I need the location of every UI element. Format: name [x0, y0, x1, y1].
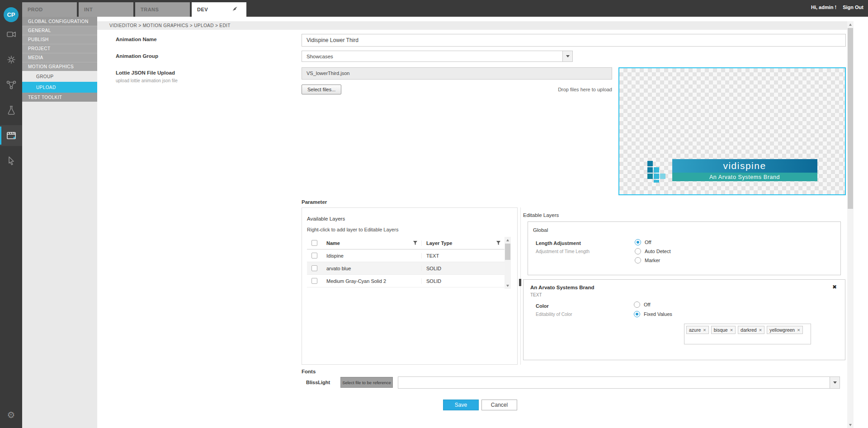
filter-icon[interactable] [496, 240, 501, 245]
scroll-up-arrow[interactable] [847, 21, 854, 28]
column-type-label: Layer Type [426, 240, 452, 246]
pointer-icon[interactable] [0, 151, 22, 171]
animation-group-dropdown[interactable]: Showcases [302, 51, 573, 62]
row-checkbox[interactable] [311, 265, 317, 271]
tab-trans[interactable]: TRANS [135, 2, 190, 17]
tab-label: PROD [28, 7, 43, 12]
scrollbar-thumb[interactable] [848, 28, 853, 209]
nav-sidebar: GLOBAL CONFIGURATION GENERAL PUBLISH PRO… [22, 17, 97, 428]
animation-name-label: Animation Name [116, 37, 157, 42]
sidebar-item-global-configuration[interactable]: GLOBAL CONFIGURATION [22, 17, 97, 26]
media-icon[interactable] [0, 24, 22, 45]
cancel-button[interactable]: Cancel [481, 400, 517, 410]
length-adjustment-label: Length Adjustment [536, 240, 581, 246]
chevron-down-icon[interactable] [830, 377, 840, 388]
radio-icon [635, 239, 641, 245]
color-tag: yellowgreen × [767, 326, 802, 334]
nav-label: GENERAL [28, 28, 51, 33]
nav-label: UPLOAD [36, 85, 56, 90]
tab-label: INT [84, 7, 93, 12]
page-scrollbar[interactable] [847, 21, 854, 428]
tab-int[interactable]: INT [79, 2, 133, 17]
sidebar-item-test-toolkit[interactable]: TEST TOOLKIT [22, 93, 97, 102]
nav-label: PROJECT [28, 46, 50, 51]
table-row[interactable]: Idispine TEXT [307, 249, 505, 262]
color-fixed-values-radio[interactable]: Fixed Values [634, 311, 672, 317]
row-checkbox[interactable] [311, 253, 317, 259]
color-label: Color [536, 303, 549, 309]
sidebar-item-motion-graphics[interactable]: MOTION GRAPHICS [22, 62, 97, 71]
header-type-cell[interactable]: Layer Type [421, 240, 505, 246]
integrations-icon[interactable] [0, 75, 22, 95]
editable-layer-title: An Arvato Systems Brand [530, 285, 594, 290]
sidebar-item-upload[interactable]: UPLOAD [22, 82, 97, 93]
scroll-up-arrow[interactable] [505, 237, 511, 243]
scroll-down-arrow[interactable] [847, 422, 854, 428]
splitter-grip[interactable] [519, 279, 521, 286]
breadcrumb[interactable]: VIDIEDITOR > MOTION GRAPHICS > UPLOAD > … [97, 21, 847, 30]
table-row[interactable]: arvato blue SOLID [307, 262, 505, 275]
fonts-section-title: Fonts [302, 369, 316, 374]
scroll-down-arrow[interactable] [505, 282, 511, 289]
dropdown-value [398, 377, 830, 388]
save-button[interactable]: Save [443, 400, 479, 410]
cp-logo: CP [4, 7, 19, 22]
layer-name: arvato blue [322, 266, 421, 271]
filter-icon[interactable] [413, 240, 418, 245]
close-icon[interactable]: ✖ [832, 284, 837, 290]
header-check-cell [307, 240, 322, 246]
available-layers-title: Available Layers [307, 216, 345, 221]
sidebar-item-general[interactable]: GENERAL [22, 26, 97, 35]
sidebar-item-project[interactable]: PROJECT [22, 44, 97, 53]
nav-label: MOTION GRAPHICS [28, 64, 74, 69]
drop-files-hint: Drop files here to upload [558, 87, 612, 92]
sidebar-item-media[interactable]: MEDIA [22, 53, 97, 62]
sidebar-item-group[interactable]: GROUP [22, 71, 97, 82]
tag-label: yellowgreen [769, 327, 795, 333]
remove-tag-icon[interactable]: × [759, 328, 762, 333]
settings-gear-icon[interactable]: ⚙ [0, 404, 22, 425]
environment-tabs: PROD INT TRANS DEV [22, 2, 246, 17]
global-box-title: Global [533, 227, 548, 233]
row-checkbox[interactable] [311, 278, 317, 284]
length-auto-detect-radio[interactable]: Auto Detect [635, 248, 670, 254]
tab-dev[interactable]: DEV [192, 2, 246, 17]
animation-group-label: Animation Group [116, 53, 158, 59]
nav-label: TEST TOOLKIT [28, 95, 62, 100]
automation-icon[interactable] [0, 49, 22, 70]
column-name-label: Name [326, 240, 340, 246]
chevron-down-icon[interactable] [562, 51, 572, 61]
table-row[interactable]: Medium Gray-Cyan Solid 2 SOLID [307, 275, 505, 287]
animation-name-input[interactable] [302, 34, 846, 47]
upload-drop-zone[interactable]: Select files... Drop files here to uploa… [302, 83, 612, 95]
icon-rail: CP ⚙ [0, 0, 22, 428]
sidebar-item-publish[interactable]: PUBLISH [22, 35, 97, 44]
remove-tag-icon[interactable]: × [730, 328, 733, 333]
font-file-dropdown[interactable] [398, 376, 840, 389]
layer-name: Idispine [322, 253, 421, 259]
length-marker-radio[interactable]: Marker [635, 257, 660, 263]
select-files-button[interactable]: Select files... [302, 85, 341, 94]
sign-out-link[interactable]: Sign Out [843, 5, 863, 10]
row-check-cell [307, 278, 322, 284]
available-layers-hint: Right-click to add layer to Editable Lay… [307, 227, 398, 232]
editable-layer-box: An Arvato Systems Brand TEXT ✖ Color Edi… [523, 279, 845, 360]
header-name-cell[interactable]: Name [322, 240, 421, 246]
color-values-input[interactable]: azure × bisque × darkred × yellowgreen × [684, 324, 811, 344]
table-scrollbar[interactable] [505, 237, 511, 289]
length-off-radio[interactable]: Off [635, 239, 651, 245]
dropdown-value: Showcases [302, 51, 562, 61]
color-off-radio[interactable]: Off [634, 301, 650, 308]
tab-prod[interactable]: PROD [22, 2, 77, 17]
motion-graphics-icon[interactable] [0, 125, 22, 146]
available-layers-panel: Available Layers Right-click to add laye… [302, 207, 518, 365]
remove-tag-icon[interactable]: × [797, 328, 800, 333]
remove-tag-icon[interactable]: × [703, 328, 706, 333]
nav-label: MEDIA [28, 55, 43, 60]
lab-icon[interactable] [0, 100, 22, 121]
scrollbar-thumb[interactable] [505, 244, 510, 260]
uploaded-filename: VS_lowerThird.json [302, 67, 612, 80]
select-reference-file-button[interactable]: Select file to be reference [340, 377, 393, 388]
radio-icon [634, 311, 640, 317]
select-all-checkbox[interactable] [311, 240, 317, 246]
